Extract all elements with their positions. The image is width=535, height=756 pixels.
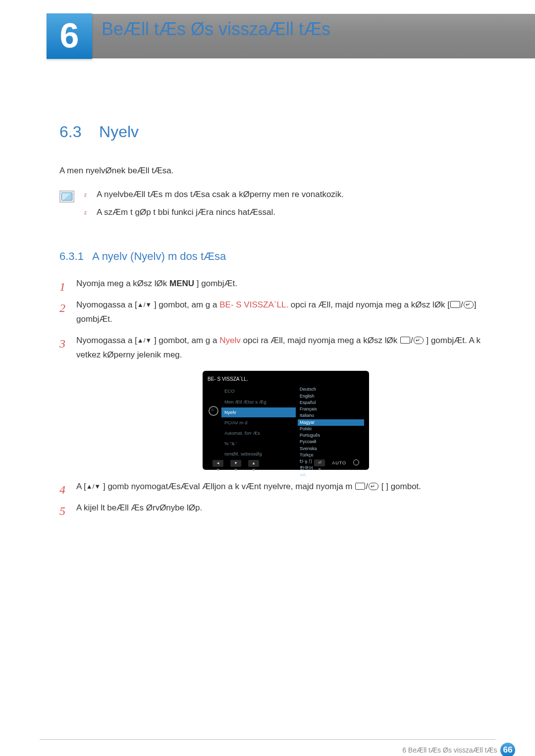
menu-label: MENU xyxy=(169,279,194,288)
section-heading: 6.3 Nyelv xyxy=(59,123,495,141)
up-down-icon: ▲/▼ xyxy=(137,301,152,308)
section-number: 6.3 xyxy=(59,123,81,141)
chapter-header: 6 BeÆll tÆs Øs visszaÆll tÆs xyxy=(47,14,535,58)
subsection-title: A nyelv (Nyelv) m dos tÆsa xyxy=(92,250,226,262)
osd-lang: Svenska xyxy=(298,446,364,452)
step-1: Nyomja meg a kØsz lØk MENU ] gombjÆt. xyxy=(59,277,495,291)
osd-item-selected: Nyelv xyxy=(221,407,296,417)
section-intro: A men nyelvØnek beÆll tÆsa. xyxy=(59,166,495,176)
step-4: A [▲/▼ ] gomb nyomogatÆsÆval Ælljon a k … xyxy=(59,480,495,494)
rect-icon xyxy=(400,337,410,344)
note-item: A nyelvbeÆll tÆs m dos tÆsa csak a kØper… xyxy=(84,190,344,200)
note-icon xyxy=(59,191,74,202)
osd-auto-label: AUTO xyxy=(332,459,346,467)
osd-lang: Deutsch xyxy=(298,386,364,393)
power-icon xyxy=(353,459,359,465)
osd-item: IsmØtl. sebessØg xyxy=(221,449,296,459)
enter-icon xyxy=(369,483,378,490)
osd-item: Men Ætl Ætsz s Æg xyxy=(221,397,296,407)
osd-item: PC/AV m d xyxy=(221,418,296,428)
osd-btn-up: ▲ xyxy=(248,460,259,467)
note-list: A nyelvbeÆll tÆs m dos tÆsa csak a kØper… xyxy=(84,190,344,225)
osd-lang: English xyxy=(298,393,364,400)
rect-icon xyxy=(355,483,365,490)
osd-item: ECO xyxy=(221,386,296,396)
content-area: 6.3 Nyelv A men nyelvØnek beÆll tÆsa. A … xyxy=(59,123,495,515)
subsection-number: 6.3.1 xyxy=(59,250,84,262)
osd-lang: Русский xyxy=(298,439,364,445)
note-item: A szÆm t gØp t bbi funkci jÆra nincs hat… xyxy=(84,207,344,217)
osd-btn-enter: ⏎ xyxy=(314,459,325,466)
enter-icon xyxy=(414,337,424,344)
up-down-icon: ▲/▼ xyxy=(86,483,101,490)
up-down-icon: ▲/▼ xyxy=(137,337,152,344)
note-block: A nyelvbeÆll tÆs m dos tÆsa csak a kØper… xyxy=(59,190,495,225)
step-text: Nyomogassa a [ xyxy=(76,336,137,345)
gear-icon xyxy=(209,406,218,416)
osd-title: BE- S VISSZA`LL. xyxy=(208,375,364,383)
enter-icon xyxy=(464,301,474,308)
osd-btn-back: ◄ xyxy=(213,460,223,467)
step-5: A kijel lt beÆll Æs ØrvØnybe lØp. xyxy=(59,501,495,515)
osd-btn-down: ▼ xyxy=(230,460,241,467)
step-text: ] gombot, am g a xyxy=(152,336,217,345)
step-3: Nyomogassa a [▲/▼ ] gombot, am g a Nyelv… xyxy=(59,334,495,470)
osd-lang-selected: Magyar xyxy=(298,419,364,426)
rect-icon xyxy=(450,301,460,308)
subsection-heading: 6.3.1 A nyelv (Nyelv) m dos tÆsa xyxy=(59,250,495,263)
step-text: opci ra Æll, majd nyomja meg a kØsz lØk xyxy=(243,336,397,345)
step-text: A [ xyxy=(76,482,86,491)
highlight-text: Nyelv xyxy=(219,336,241,345)
page-footer: 6 BeÆll tÆs Øs visszaÆll tÆs 66 xyxy=(0,739,535,756)
osd-item: Automat. forr Æs xyxy=(221,428,296,438)
osd-buttons-row: ◄ ▼ ▲ ⏎ AUTO xyxy=(203,459,369,467)
osd-lang: ∝A xyxy=(298,472,364,478)
osd-lang: Français xyxy=(298,406,364,412)
step-text: Nyomja meg a kØsz lØk xyxy=(76,279,167,288)
step-2: Nyomogassa a [▲/▼ ] gombot, am g a BE- S… xyxy=(59,298,495,327)
step-text: ] gombjÆt. xyxy=(197,279,237,288)
osd-lang: Türkçe xyxy=(298,452,364,458)
step-text: ] gombot, am g a xyxy=(152,300,217,309)
osd-lang: Italiano xyxy=(298,412,364,419)
osd-menu: BE- S VISSZA`LL. ECO Men Ætl Ætsz s Æg N… xyxy=(203,371,369,470)
section-title: Nyelv xyxy=(99,123,139,141)
step-text: A kijel lt beÆll Æs ØrvØnybe lØp. xyxy=(76,503,202,512)
step-text: [ ] gombot. xyxy=(381,482,421,491)
osd-item: % "& ' xyxy=(221,439,296,449)
step-text: ] gomb nyomogatÆsÆval Ælljon a k vÆnt ny… xyxy=(101,482,352,491)
osd-lang: Português xyxy=(298,432,364,439)
osd-lang: Español xyxy=(298,400,364,406)
chapter-number-box: 6 xyxy=(47,13,92,59)
osd-lang: Polski xyxy=(298,426,364,432)
highlight-text: BE- S VISSZA`LL. xyxy=(219,300,288,309)
page-number-badge: 66 xyxy=(500,743,515,756)
footer-text: 6 BeÆll tÆs Øs visszaÆll tÆs xyxy=(402,746,497,754)
step-text: Nyomogassa a [ xyxy=(76,300,137,309)
chapter-title: BeÆll tÆs Øs visszaÆll tÆs xyxy=(102,19,330,40)
step-text: opci ra Æll, majd nyomja meg a kØsz lØk … xyxy=(291,300,450,309)
steps-list: Nyomja meg a kØsz lØk MENU ] gombjÆt. Ny… xyxy=(59,277,495,515)
